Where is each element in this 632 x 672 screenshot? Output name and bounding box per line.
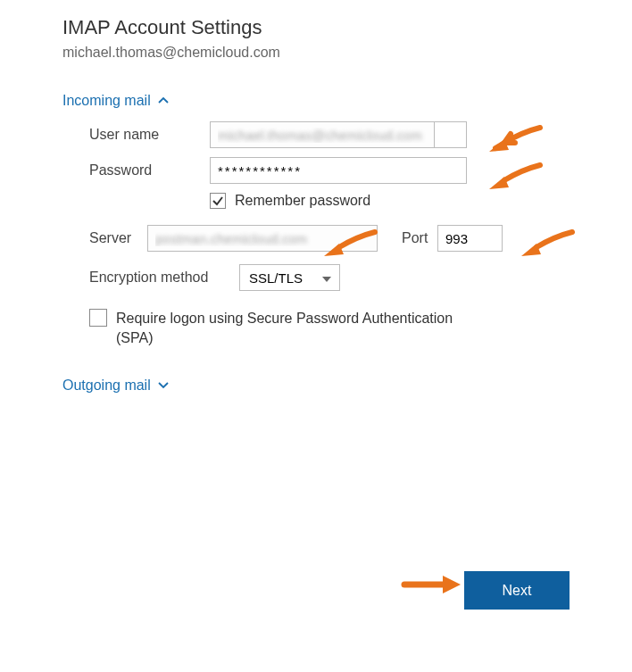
page-title: IMAP Account Settings xyxy=(62,16,571,39)
port-input[interactable] xyxy=(437,225,503,252)
port-label: Port xyxy=(402,230,437,246)
encryption-value: SSL/TLS xyxy=(249,270,303,286)
username-label: User name xyxy=(89,127,210,143)
server-label: Server xyxy=(89,230,147,246)
account-email: michael.thomas@chemicloud.com xyxy=(62,45,571,61)
encryption-label: Encryption method xyxy=(89,270,239,286)
checkmark-icon xyxy=(212,195,224,207)
username-input[interactable] xyxy=(210,121,435,148)
outgoing-mail-header[interactable]: Outgoing mail xyxy=(62,377,571,394)
remember-password-label: Remember password xyxy=(235,193,370,209)
username-ext-box xyxy=(435,121,467,148)
annotation-arrow-icon xyxy=(317,228,379,263)
annotation-arrow-icon xyxy=(514,228,577,263)
annotation-arrow-icon xyxy=(482,161,545,196)
spa-label: Require logon using Secure Password Auth… xyxy=(116,309,491,349)
outgoing-mail-label: Outgoing mail xyxy=(62,377,151,394)
annotation-arrow-icon xyxy=(482,123,545,159)
incoming-mail-header[interactable]: Incoming mail xyxy=(62,93,571,109)
password-input[interactable] xyxy=(210,157,467,184)
next-button[interactable]: Next xyxy=(464,571,570,610)
svg-marker-5 xyxy=(443,576,461,593)
chevron-down-icon xyxy=(158,382,169,389)
spa-checkbox[interactable] xyxy=(89,309,107,327)
incoming-mail-label: Incoming mail xyxy=(62,93,151,109)
password-label: Password xyxy=(89,162,210,178)
encryption-select[interactable]: SSL/TLS xyxy=(239,264,340,291)
remember-password-checkbox[interactable] xyxy=(210,193,226,209)
annotation-arrow-icon xyxy=(400,571,462,598)
chevron-up-icon xyxy=(158,97,169,104)
